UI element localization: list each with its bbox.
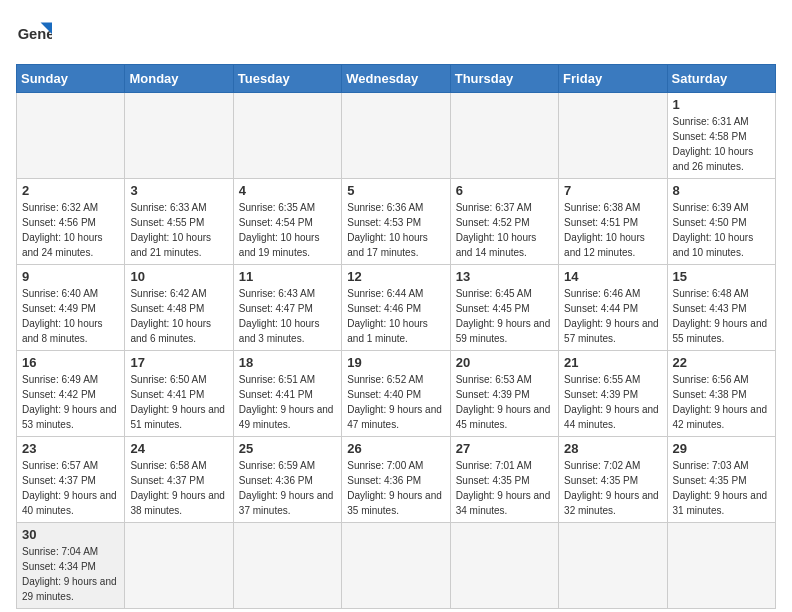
day-number: 10	[130, 269, 227, 284]
calendar-cell: 3Sunrise: 6:33 AMSunset: 4:55 PMDaylight…	[125, 179, 233, 265]
calendar-cell	[233, 523, 341, 609]
day-info: Sunrise: 7:02 AMSunset: 4:35 PMDaylight:…	[564, 458, 661, 518]
day-number: 9	[22, 269, 119, 284]
day-info: Sunrise: 7:01 AMSunset: 4:35 PMDaylight:…	[456, 458, 553, 518]
day-info: Sunrise: 6:42 AMSunset: 4:48 PMDaylight:…	[130, 286, 227, 346]
calendar-cell	[450, 93, 558, 179]
day-number: 20	[456, 355, 553, 370]
calendar-cell: 28Sunrise: 7:02 AMSunset: 4:35 PMDayligh…	[559, 437, 667, 523]
day-number: 4	[239, 183, 336, 198]
day-info: Sunrise: 7:00 AMSunset: 4:36 PMDaylight:…	[347, 458, 444, 518]
day-number: 29	[673, 441, 770, 456]
day-info: Sunrise: 6:43 AMSunset: 4:47 PMDaylight:…	[239, 286, 336, 346]
day-number: 2	[22, 183, 119, 198]
calendar-cell: 29Sunrise: 7:03 AMSunset: 4:35 PMDayligh…	[667, 437, 775, 523]
calendar-cell	[342, 93, 450, 179]
day-info: Sunrise: 6:57 AMSunset: 4:37 PMDaylight:…	[22, 458, 119, 518]
day-number: 15	[673, 269, 770, 284]
day-number: 11	[239, 269, 336, 284]
day-number: 24	[130, 441, 227, 456]
day-number: 5	[347, 183, 444, 198]
day-number: 6	[456, 183, 553, 198]
calendar-cell: 25Sunrise: 6:59 AMSunset: 4:36 PMDayligh…	[233, 437, 341, 523]
calendar-body: 1Sunrise: 6:31 AMSunset: 4:58 PMDaylight…	[17, 93, 776, 609]
day-info: Sunrise: 6:51 AMSunset: 4:41 PMDaylight:…	[239, 372, 336, 432]
calendar-cell: 27Sunrise: 7:01 AMSunset: 4:35 PMDayligh…	[450, 437, 558, 523]
calendar-cell: 2Sunrise: 6:32 AMSunset: 4:56 PMDaylight…	[17, 179, 125, 265]
day-info: Sunrise: 6:46 AMSunset: 4:44 PMDaylight:…	[564, 286, 661, 346]
calendar-cell: 21Sunrise: 6:55 AMSunset: 4:39 PMDayligh…	[559, 351, 667, 437]
day-info: Sunrise: 6:48 AMSunset: 4:43 PMDaylight:…	[673, 286, 770, 346]
logo: General	[16, 16, 56, 52]
day-info: Sunrise: 6:38 AMSunset: 4:51 PMDaylight:…	[564, 200, 661, 260]
weekday-header-tuesday: Tuesday	[233, 65, 341, 93]
calendar-cell: 11Sunrise: 6:43 AMSunset: 4:47 PMDayligh…	[233, 265, 341, 351]
logo-icon: General	[16, 16, 52, 52]
calendar-cell	[342, 523, 450, 609]
day-number: 14	[564, 269, 661, 284]
calendar-header: SundayMondayTuesdayWednesdayThursdayFrid…	[17, 65, 776, 93]
day-number: 19	[347, 355, 444, 370]
day-number: 17	[130, 355, 227, 370]
calendar-week-0: 1Sunrise: 6:31 AMSunset: 4:58 PMDaylight…	[17, 93, 776, 179]
day-info: Sunrise: 6:44 AMSunset: 4:46 PMDaylight:…	[347, 286, 444, 346]
calendar-cell	[450, 523, 558, 609]
day-info: Sunrise: 6:56 AMSunset: 4:38 PMDaylight:…	[673, 372, 770, 432]
weekday-header-monday: Monday	[125, 65, 233, 93]
day-number: 22	[673, 355, 770, 370]
calendar-cell	[559, 523, 667, 609]
calendar-cell: 23Sunrise: 6:57 AMSunset: 4:37 PMDayligh…	[17, 437, 125, 523]
day-info: Sunrise: 6:49 AMSunset: 4:42 PMDaylight:…	[22, 372, 119, 432]
calendar-cell: 12Sunrise: 6:44 AMSunset: 4:46 PMDayligh…	[342, 265, 450, 351]
day-info: Sunrise: 6:35 AMSunset: 4:54 PMDaylight:…	[239, 200, 336, 260]
day-info: Sunrise: 6:39 AMSunset: 4:50 PMDaylight:…	[673, 200, 770, 260]
day-info: Sunrise: 6:55 AMSunset: 4:39 PMDaylight:…	[564, 372, 661, 432]
day-number: 16	[22, 355, 119, 370]
day-info: Sunrise: 6:33 AMSunset: 4:55 PMDaylight:…	[130, 200, 227, 260]
calendar: SundayMondayTuesdayWednesdayThursdayFrid…	[16, 64, 776, 609]
day-number: 13	[456, 269, 553, 284]
day-info: Sunrise: 6:32 AMSunset: 4:56 PMDaylight:…	[22, 200, 119, 260]
calendar-cell: 15Sunrise: 6:48 AMSunset: 4:43 PMDayligh…	[667, 265, 775, 351]
calendar-week-2: 9Sunrise: 6:40 AMSunset: 4:49 PMDaylight…	[17, 265, 776, 351]
day-number: 7	[564, 183, 661, 198]
calendar-cell	[17, 93, 125, 179]
day-number: 21	[564, 355, 661, 370]
calendar-cell: 9Sunrise: 6:40 AMSunset: 4:49 PMDaylight…	[17, 265, 125, 351]
calendar-cell: 18Sunrise: 6:51 AMSunset: 4:41 PMDayligh…	[233, 351, 341, 437]
day-info: Sunrise: 6:40 AMSunset: 4:49 PMDaylight:…	[22, 286, 119, 346]
day-number: 12	[347, 269, 444, 284]
day-info: Sunrise: 6:53 AMSunset: 4:39 PMDaylight:…	[456, 372, 553, 432]
day-number: 1	[673, 97, 770, 112]
calendar-cell: 24Sunrise: 6:58 AMSunset: 4:37 PMDayligh…	[125, 437, 233, 523]
day-info: Sunrise: 6:52 AMSunset: 4:40 PMDaylight:…	[347, 372, 444, 432]
day-info: Sunrise: 6:59 AMSunset: 4:36 PMDaylight:…	[239, 458, 336, 518]
day-number: 18	[239, 355, 336, 370]
calendar-cell: 19Sunrise: 6:52 AMSunset: 4:40 PMDayligh…	[342, 351, 450, 437]
calendar-cell: 10Sunrise: 6:42 AMSunset: 4:48 PMDayligh…	[125, 265, 233, 351]
calendar-cell	[233, 93, 341, 179]
day-info: Sunrise: 6:45 AMSunset: 4:45 PMDaylight:…	[456, 286, 553, 346]
day-number: 28	[564, 441, 661, 456]
calendar-cell: 5Sunrise: 6:36 AMSunset: 4:53 PMDaylight…	[342, 179, 450, 265]
calendar-cell	[667, 523, 775, 609]
weekday-header-saturday: Saturday	[667, 65, 775, 93]
day-number: 30	[22, 527, 119, 542]
day-number: 27	[456, 441, 553, 456]
calendar-cell	[125, 523, 233, 609]
page-header: General	[16, 16, 776, 52]
calendar-cell: 30Sunrise: 7:04 AMSunset: 4:34 PMDayligh…	[17, 523, 125, 609]
calendar-cell: 7Sunrise: 6:38 AMSunset: 4:51 PMDaylight…	[559, 179, 667, 265]
calendar-week-1: 2Sunrise: 6:32 AMSunset: 4:56 PMDaylight…	[17, 179, 776, 265]
calendar-cell	[559, 93, 667, 179]
calendar-cell: 17Sunrise: 6:50 AMSunset: 4:41 PMDayligh…	[125, 351, 233, 437]
calendar-cell: 8Sunrise: 6:39 AMSunset: 4:50 PMDaylight…	[667, 179, 775, 265]
calendar-cell: 20Sunrise: 6:53 AMSunset: 4:39 PMDayligh…	[450, 351, 558, 437]
day-info: Sunrise: 7:04 AMSunset: 4:34 PMDaylight:…	[22, 544, 119, 604]
day-number: 25	[239, 441, 336, 456]
calendar-cell: 26Sunrise: 7:00 AMSunset: 4:36 PMDayligh…	[342, 437, 450, 523]
day-info: Sunrise: 6:50 AMSunset: 4:41 PMDaylight:…	[130, 372, 227, 432]
day-number: 26	[347, 441, 444, 456]
calendar-cell: 13Sunrise: 6:45 AMSunset: 4:45 PMDayligh…	[450, 265, 558, 351]
weekday-header-wednesday: Wednesday	[342, 65, 450, 93]
